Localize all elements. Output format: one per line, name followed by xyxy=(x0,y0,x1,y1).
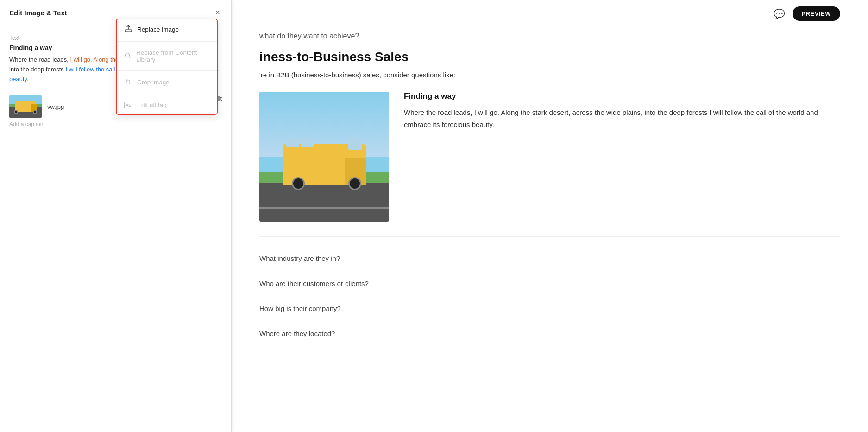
question-item: Who are their customers or clients? xyxy=(259,271,840,296)
questions-list: What industry are they in? Who are their… xyxy=(259,246,840,346)
van-window-2 xyxy=(301,138,314,147)
replace-image-label: Replace image xyxy=(137,26,179,33)
edit-panel: Edit Image & Text × Text Finding a way W… xyxy=(0,0,232,432)
content-divider xyxy=(259,236,840,237)
panel-body: Text Finding a way Where the road leads,… xyxy=(0,25,231,432)
text-block: Finding a way Where the road leads, I wi… xyxy=(404,92,840,130)
van-windshield xyxy=(348,138,362,150)
image-filename: vw.jpg xyxy=(47,103,64,110)
image-text-block: Finding a way Where the road leads, I wi… xyxy=(259,92,840,222)
crop-image-label: Crop image xyxy=(137,79,170,86)
caption-placeholder[interactable]: Add a caption xyxy=(9,121,222,127)
van-illustration xyxy=(283,134,366,185)
upload-icon xyxy=(124,25,132,34)
crop-image-button[interactable]: Crop image xyxy=(117,73,217,92)
intro-question: what do they want to achieve? xyxy=(259,32,840,40)
question-item: Where are they located? xyxy=(259,321,840,346)
preview-button[interactable]: PREVIEW xyxy=(793,6,840,21)
main-image xyxy=(259,92,389,222)
image-section: vw.jpg Edit Add a caption Replace image xyxy=(9,95,222,127)
menu-divider-2 xyxy=(117,70,217,71)
edit-alt-button[interactable]: ALT Edit alt tag xyxy=(117,96,217,114)
section-heading: iness-to-Business Sales xyxy=(259,50,840,64)
replace-library-label: Replace from Content Library xyxy=(136,49,209,63)
panel-title: Edit Image & Text xyxy=(9,9,67,17)
image-dropdown-menu: Replace image Replace from Content Libra… xyxy=(116,25,218,115)
van-wheel-right xyxy=(348,177,361,190)
svg-rect-0 xyxy=(125,30,132,32)
menu-divider-3 xyxy=(117,94,217,94)
van-windows xyxy=(286,138,314,147)
section-intro: 're in B2B (business-to-business) sales,… xyxy=(259,71,840,79)
menu-divider-1 xyxy=(117,41,217,42)
road-bg xyxy=(259,183,389,222)
replace-library-button[interactable]: Replace from Content Library xyxy=(117,44,217,69)
edit-alt-label: Edit alt tag xyxy=(137,102,167,108)
van-window-1 xyxy=(286,138,299,147)
replace-image-button[interactable]: Replace image xyxy=(117,25,217,39)
block-body: Where the road leads, I will go. Along t… xyxy=(404,107,840,130)
crop-icon xyxy=(124,78,132,86)
question-item: What industry are they in? xyxy=(259,246,840,271)
block-title: Finding a way xyxy=(404,92,840,101)
chat-icon[interactable]: 💬 xyxy=(774,8,785,19)
main-content: what do they want to achieve? iness-to-B… xyxy=(259,27,840,346)
road-line xyxy=(259,207,389,209)
image-thumbnail xyxy=(9,95,42,118)
question-item: How big is their company? xyxy=(259,296,840,321)
van-wheel-left xyxy=(292,177,305,190)
content-panel: 💬 PREVIEW what do they want to achieve? … xyxy=(232,0,868,432)
close-button[interactable]: × xyxy=(213,7,222,18)
search-icon xyxy=(124,52,132,60)
alt-icon: ALT xyxy=(124,102,132,108)
top-bar: 💬 PREVIEW xyxy=(259,0,840,27)
